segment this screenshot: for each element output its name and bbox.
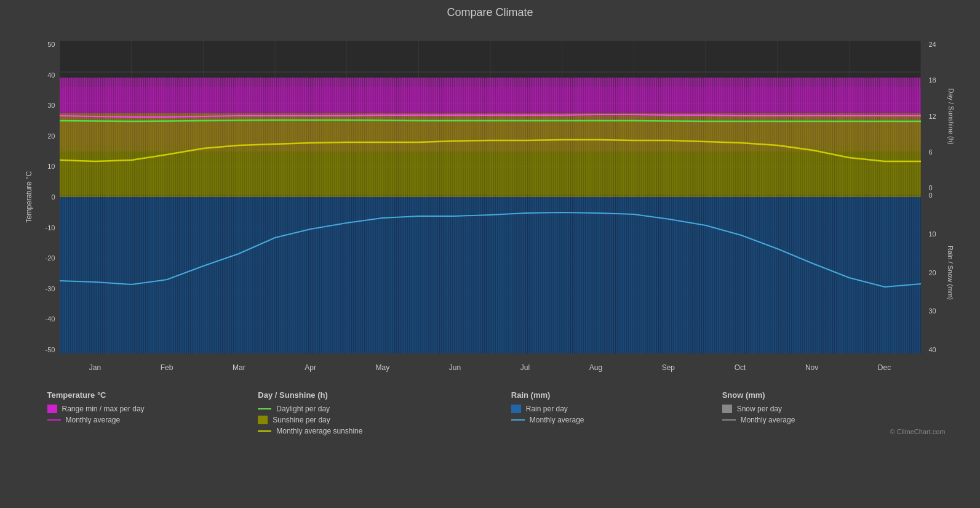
chart-wrapper: South Tangerang South Tangerang ClimeCha… [23,22,958,385]
x-axis-months: Jan Feb Mar Apr May Jun Jul Aug Sep Oct … [60,363,921,372]
legend-snow-swatch [722,405,732,413]
legend-temp-avg-swatch [47,419,61,421]
legend-snow-avg: Monthly average [722,416,933,424]
month-oct: Oct [735,363,746,372]
y-axis-right-bottom-container: Rain / Snow (mm) [946,192,957,353]
legend-rain-avg: Monthly average [511,416,722,424]
legend-daylight-label: Daylight per day [276,405,330,413]
month-nov: Nov [805,363,818,372]
legend-sunshine: Day / Sunshine (h) Daylight per day Suns… [258,390,511,435]
legend-snow-avg-swatch [722,419,736,421]
month-aug: Aug [589,363,602,372]
legend-rain-swatch [511,405,521,413]
legend-rain-avg-label: Monthly average [530,416,584,424]
month-apr: Apr [305,363,316,372]
legend-snow-label: Snow per day [737,405,782,413]
legend-sunshine-avg-label: Monthly average sunshine [276,427,362,435]
month-feb: Feb [161,363,173,372]
legend-sunshine-swatch [258,416,268,424]
legend-rain-label: Rain per day [526,405,568,413]
legend-sunshine-label: Sunshine per day [273,416,330,424]
y-axis-right-top-container: Day / Sunshine (h) [946,41,957,192]
legend-sunshine-avg: Monthly average sunshine [258,427,511,435]
legend-temp-range-swatch [47,405,57,413]
month-may: May [376,363,390,372]
y-axis-right-top-label: Day / Sunshine (h) [947,88,955,144]
svg-rect-33 [60,121,921,195]
legend-temp-range: Range min / max per day [47,405,258,413]
legend-rain: Rain (mm) Rain per day Monthly average [511,390,722,435]
legend-snow-title: Snow (mm) [722,390,933,400]
month-sep: Sep [662,363,675,372]
legend-sunshine-bar: Sunshine per day [258,416,511,424]
legend-snow-bar: Snow per day [722,405,933,413]
month-dec: Dec [878,363,891,372]
legend-sunshine-title: Day / Sunshine (h) [258,390,511,400]
main-container: Compare Climate South Tangerang South Ta… [0,0,980,508]
legend-snow: Snow (mm) Snow per day Monthly average ©… [722,390,933,435]
y-axis-left-label: Temperature °C [25,171,34,223]
legend-temp: Temperature °C Range min / max per day M… [47,390,258,435]
y-axis-right-bottom-label: Rain / Snow (mm) [947,245,955,299]
month-jan: Jan [89,363,101,372]
month-jul: Jul [520,363,530,372]
legend-temp-avg: Monthly average [47,416,258,424]
legend-area: Temperature °C Range min / max per day M… [23,385,958,440]
legend-temp-range-label: Range min / max per day [62,405,145,413]
legend-snow-avg-label: Monthly average [741,416,795,424]
legend-sunshine-avg-swatch [258,430,271,432]
month-mar: Mar [233,363,245,372]
legend-temp-avg-label: Monthly average [66,416,121,424]
y-axis-left-label-container: Temperature °C [24,41,35,353]
page-title: Compare Climate [447,6,533,19]
legend-rain-title: Rain (mm) [511,390,722,400]
month-jun: Jun [449,363,461,372]
legend-rain-bar: Rain per day [511,405,722,413]
legend-daylight-swatch [258,408,271,409]
legend-rain-avg-swatch [511,419,525,421]
legend-daylight: Daylight per day [258,405,511,413]
legend-temp-title: Temperature °C [47,390,258,400]
chart-svg [60,41,921,353]
svg-rect-36 [60,197,921,353]
copyright: © ClimeChart.com [890,428,945,435]
